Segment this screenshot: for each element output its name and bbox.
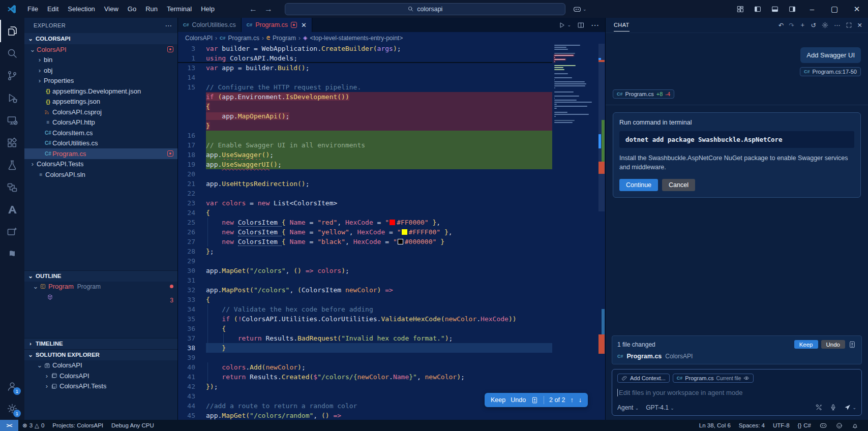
accounts-activity-icon[interactable]: 1 — [0, 375, 24, 397]
testing-activity-icon[interactable] — [0, 154, 24, 176]
feedback-icon[interactable] — [831, 422, 847, 429]
copilot-menu-button[interactable]: ⌄ — [573, 5, 587, 14]
chat-input-placeholder[interactable]: Edit files in your workspace in agent mo… — [617, 389, 856, 396]
new-chat-icon[interactable]: ＋ — [798, 19, 807, 31]
toggle-sidebar-button[interactable] — [749, 5, 766, 13]
eye-icon[interactable] — [743, 375, 750, 381]
menu-file[interactable]: File — [23, 3, 42, 15]
attachment-chip[interactable]: C# Program.cs:17-50 — [800, 67, 861, 76]
cancel-button[interactable]: Cancel — [662, 179, 695, 191]
code-editor[interactable]: 3var builder = WebApplication.CreateBuil… — [178, 44, 605, 420]
microphone-icon[interactable] — [829, 404, 837, 411]
menu-selection[interactable]: Selection — [64, 3, 99, 15]
editor-more-actions-icon[interactable]: ⋯ — [591, 20, 599, 30]
menu-terminal[interactable]: Terminal — [163, 3, 196, 15]
object-explorer-activity-icon[interactable] — [0, 176, 24, 199]
diff-file-icon[interactable] — [531, 396, 538, 404]
toggle-secondary-sidebar-button[interactable] — [784, 5, 801, 13]
settings-activity-icon[interactable]: 1 — [0, 397, 24, 420]
command-center-search[interactable]: colorsapi — [285, 3, 565, 15]
chat-tab[interactable]: CHAT — [614, 19, 630, 32]
window-sparkle-activity-icon[interactable] — [0, 221, 24, 243]
maximize-button[interactable]: ▢ — [823, 0, 846, 18]
breadcrumb-file[interactable]: Program.cs — [228, 35, 259, 42]
notifications-bell-icon[interactable] — [847, 422, 863, 429]
timeline-section-header[interactable]: › TIMELINE — [24, 338, 177, 349]
tools-icon[interactable] — [815, 404, 823, 411]
tree-item-program.cs[interactable]: C#Program.cs — [24, 148, 177, 159]
outline-section-header[interactable]: ⌄ OUTLINE — [24, 270, 177, 282]
terminal-command[interactable]: dotnet add package Swashbuckle.AspNetCor… — [619, 131, 854, 148]
projects-indicator[interactable]: Projects: ColorsAPI — [48, 422, 107, 428]
indentation-indicator[interactable]: Spaces: 4 — [735, 422, 769, 428]
chat-input-box[interactable]: Add Context... C# Program.cs Current fil… — [612, 369, 862, 416]
keep-all-button[interactable]: Keep — [794, 340, 818, 349]
tree-item-colorsapi[interactable]: ⌄ColorsAPI — [24, 44, 177, 55]
chat-close-icon[interactable]: ✕ — [856, 20, 864, 30]
explorer-more-actions-icon[interactable]: ⋯ — [165, 21, 172, 29]
remote-indicator[interactable]: >< — [0, 420, 18, 431]
toggle-panel-button[interactable] — [766, 5, 784, 13]
previous-change-button[interactable]: ↑ — [570, 396, 573, 404]
breadcrumb-symbol[interactable]: <top-level-statements-entry-point> — [310, 35, 403, 42]
menu-view[interactable]: View — [100, 3, 123, 15]
model-picker[interactable]: GPT-4.1 ⌄ — [646, 404, 674, 411]
send-button[interactable]: ⌄ — [844, 404, 856, 411]
breadcrumb-class[interactable]: Program — [273, 35, 296, 42]
tree-item-colorsapi[interactable]: ⌄ColorsAPI — [24, 360, 177, 371]
encoding-indicator[interactable]: UTF-8 — [769, 422, 794, 428]
tree-item-colorsapi.csproj[interactable]: ColorsAPI.csproj — [24, 107, 177, 117]
breadcrumb-folder[interactable]: ColorsAPI — [185, 35, 213, 42]
copilot-status-icon[interactable] — [815, 421, 831, 429]
tab-program.cs[interactable]: C#Program.cs✕ — [242, 18, 312, 32]
cursor-position-indicator[interactable]: Ln 38, Col 6 — [695, 422, 735, 428]
customize-layout-button[interactable] — [732, 5, 749, 13]
workspace-section-header[interactable]: ⌄ COLORSAPI — [24, 33, 177, 44]
search-activity-icon[interactable] — [0, 42, 24, 65]
tree-item-appsettings.development.json[interactable]: {}appsettings.Development.json — [24, 86, 177, 97]
tree-item-colorutilities.cs[interactable]: C#ColorUtilities.cs — [24, 138, 177, 149]
language-indicator[interactable]: {} C# — [794, 422, 815, 428]
nav-back-icon[interactable]: ← — [249, 5, 257, 14]
problems-indicator[interactable]: ⊗3 △0 — [18, 422, 48, 429]
solution-explorer-section-header[interactable]: ⌄ SOLUTION EXPLORER — [24, 349, 177, 360]
tree-item-appsettings.json[interactable]: {}appsettings.json — [24, 97, 177, 107]
undo-button[interactable]: Undo — [511, 396, 526, 404]
redo-edit-icon[interactable]: ↷ — [788, 20, 796, 30]
chat-more-icon[interactable]: ⋯ — [832, 20, 842, 30]
tree-item-colorsitem.cs[interactable]: C#ColorsItem.cs — [24, 128, 177, 138]
extensions-activity-icon[interactable] — [0, 132, 24, 154]
tree-item-program[interactable]: ⌄ProgramProgram — [24, 282, 177, 292]
tree-item-properties[interactable]: ›Properties — [24, 76, 177, 86]
tree-item-colorsapi[interactable]: ›ColorsAPI — [24, 371, 177, 381]
tab-colorutilities.cs[interactable]: C#ColorUtilities.cs — [178, 18, 242, 32]
changed-file-chip[interactable]: C# Program.cs +8 -4 — [613, 89, 674, 99]
chat-history-icon[interactable]: ↺ — [810, 20, 818, 30]
view-diff-icon[interactable] — [848, 341, 856, 349]
chat-settings-icon[interactable] — [820, 20, 830, 30]
menu-help[interactable]: Help — [197, 3, 219, 15]
run-and-debug-activity-icon[interactable] — [0, 87, 24, 109]
continue-button[interactable]: Continue — [619, 179, 658, 191]
azure-activity-icon[interactable] — [0, 199, 24, 221]
menu-edit[interactable]: Edit — [43, 3, 63, 15]
keep-button[interactable]: Keep — [491, 396, 505, 404]
close-tab-icon[interactable]: ✕ — [301, 21, 307, 29]
tree-item-colorsapi.sln[interactable]: ≡ColorsAPI.sln — [24, 169, 177, 180]
tree-item-colorsapi.tests[interactable]: ›ColorsAPI.Tests — [24, 381, 177, 392]
source-control-activity-icon[interactable] — [0, 65, 24, 87]
tree-item-bin[interactable]: ›bin — [24, 55, 177, 66]
split-editor-button[interactable] — [577, 21, 585, 29]
minimize-button[interactable]: – — [801, 0, 823, 18]
tree-item-colorsapi.tests[interactable]: ›ColorsAPI.Tests — [24, 159, 177, 170]
chat-expand-icon[interactable] — [844, 20, 854, 30]
mode-picker[interactable]: Agent ⌄ — [617, 404, 639, 411]
undo-edit-icon[interactable]: ↶ — [777, 20, 785, 30]
nav-forward-icon[interactable]: → — [264, 5, 273, 14]
menu-run[interactable]: Run — [141, 3, 162, 15]
run-button[interactable]: ⌄ — [558, 21, 571, 29]
tree-item--top-level-statements-entry-point-[interactable]: 3 — [24, 292, 177, 302]
undo-all-button[interactable]: Undo — [821, 340, 846, 349]
tree-item-colorsapi.http[interactable]: ≡ColorsAPI.http — [24, 117, 177, 128]
remote-explorer-activity-icon[interactable] — [0, 109, 24, 132]
